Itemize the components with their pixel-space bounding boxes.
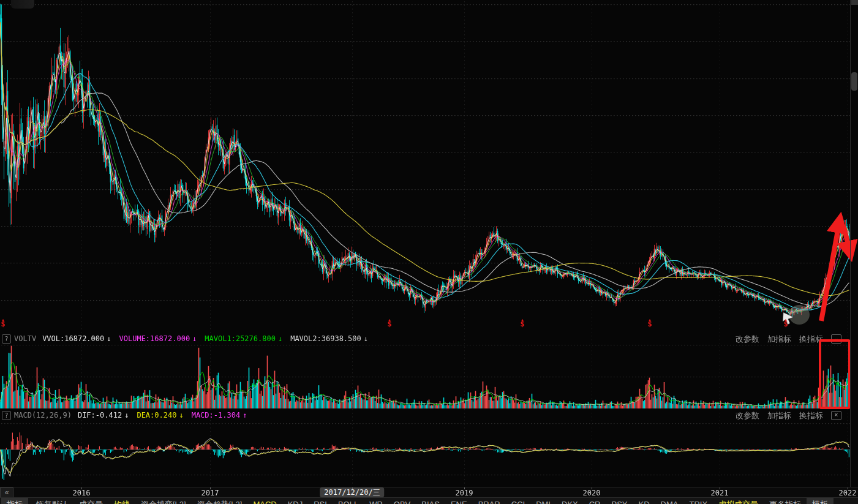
toolbar-item-DKX[interactable]: DKX <box>556 498 584 504</box>
switch-indicator-button[interactable]: 换指标 <box>799 410 823 421</box>
dollar-symbol: $ <box>781 321 790 328</box>
dividend-marker: ▲$ <box>645 318 654 328</box>
toolbar-item-DMI[interactable]: DMI <box>530 498 556 504</box>
help-icon[interactable]: ? <box>2 411 11 420</box>
year-label: 2016 <box>73 489 91 497</box>
year-label: 2022 <box>839 489 857 497</box>
time-axis[interactable]: « 2017/12/20/三 201620172019202020212022 <box>0 487 858 498</box>
toolbar-item-RSI[interactable]: RSI <box>308 498 333 504</box>
toolbar-item-资金趋势[L2][interactable]: 资金趋势[L2] <box>192 498 248 504</box>
year-label: 2021 <box>711 489 729 497</box>
toolbar-item-CCI[interactable]: CCI <box>506 498 530 504</box>
dividend-marker: ▲$ <box>518 318 527 328</box>
toolbar-item-虚拟成交量[interactable]: 虚拟成交量 <box>713 498 764 504</box>
indicator-value: VOLUME:16872.000 <box>119 334 190 343</box>
year-label: 2017 <box>201 489 219 497</box>
year-label: 2019 <box>456 489 473 497</box>
dollar-symbol: $ <box>518 321 527 328</box>
trend-arrow-icon: ↓ <box>107 334 111 343</box>
trend-arrow-icon: ↓ <box>278 334 282 343</box>
indicator-values: VVOL:16872.000↓VOLUME:16872.000↓MAVOL1:2… <box>42 334 376 344</box>
dollar-symbol: $ <box>645 321 654 328</box>
indicator-toolbar: 指标恢复默认成交量均线资金博弈[L2]资金趋势[L2]MACDKDJRSIBOL… <box>0 497 858 504</box>
right-panel-divider <box>850 0 851 487</box>
trend-arrow-icon: ↓ <box>192 334 197 343</box>
indicator-value: MAVOL2:36938.500 <box>290 334 361 343</box>
trend-arrow-icon: ↑ <box>243 411 247 419</box>
toolbar-item-DMA[interactable]: DMA <box>655 498 684 504</box>
tooltip-remnant <box>11 0 34 9</box>
toolbar-item-TRIX[interactable]: TRIX <box>683 498 713 504</box>
help-icon[interactable]: ? <box>2 334 11 344</box>
dollar-symbol: $ <box>0 321 7 328</box>
volume-indicator-header: ? VOLTV VVOL:16872.000↓VOLUME:16872.000↓… <box>0 334 850 344</box>
dividend-marker: ▲$ <box>781 318 790 328</box>
toolbar-item-均线[interactable]: 均线 <box>108 498 135 504</box>
toolbar-item-成交量[interactable]: 成交量 <box>73 498 108 504</box>
dollar-symbol: $ <box>385 321 394 328</box>
indicator-value: DIF:-0.412 <box>78 411 122 419</box>
toolbar-item-MACD[interactable]: MACD <box>247 498 282 504</box>
add-indicator-button[interactable]: 加指标 <box>767 410 791 421</box>
kline-chart-canvas[interactable] <box>0 0 858 504</box>
toolbar-item-PSY[interactable]: PSY <box>606 498 633 504</box>
trend-arrow-icon: ↓ <box>364 334 368 343</box>
indicator-value: MAVOL1:25276.800 <box>205 334 276 343</box>
dividend-marker: ▲$ <box>0 318 7 328</box>
toolbar-item-恢复默认[interactable]: 恢复默认 <box>31 498 73 504</box>
switch-indicator-button[interactable]: 换指标 <box>799 334 823 344</box>
toolbar-item-BOLL[interactable]: BOLL <box>333 498 364 504</box>
time-axis-tick <box>352 487 353 489</box>
collapse-icon[interactable]: ⌄ <box>831 334 841 344</box>
stock-chart-window: ? VOLTV VVOL:16872.000↓VOLUME:16872.000↓… <box>0 0 858 504</box>
toolbar-item-指标[interactable]: 指标 <box>1 498 28 504</box>
change-params-button[interactable]: 改参数 <box>736 334 759 344</box>
dividend-marker: ▲$ <box>385 318 394 328</box>
toolbar-item-资金博弈[L2][interactable]: 资金博弈[L2] <box>135 498 192 504</box>
indicator-name: MACD(12,26,9) <box>14 410 72 421</box>
indicator-value: MACD:-1.304 <box>192 411 240 419</box>
trend-arrow-icon: ↓ <box>179 411 183 419</box>
add-indicator-button[interactable]: 加指标 <box>767 334 791 344</box>
indicator-values: DIF:-0.412↓DEA:0.240↓MACD:-1.304↑ <box>78 410 255 421</box>
indicator-name: VOLTV <box>14 334 36 344</box>
close-icon[interactable]: × <box>831 411 841 420</box>
indicator-value: DEA:0.240 <box>137 411 176 419</box>
indicator-value: VVOL:16872.000 <box>42 334 104 343</box>
toolbar-item-WR[interactable]: WR <box>364 498 388 504</box>
toolbar-item-KD[interactable]: KD <box>633 498 655 504</box>
toolbar-item-BIAS[interactable]: BIAS <box>416 498 445 504</box>
toolbar-item-KDJ[interactable]: KDJ <box>282 498 309 504</box>
scrollbar-thumb[interactable] <box>851 72 857 91</box>
change-params-button[interactable]: 改参数 <box>736 410 759 421</box>
toolbar-item-更多指标[interactable]: 更多指标 <box>764 498 807 504</box>
toolbar-item-CR[interactable]: CR <box>584 498 606 504</box>
toolbar-item-OBV[interactable]: OBV <box>388 498 416 504</box>
trend-arrow-icon: ↓ <box>124 411 129 419</box>
scrollbar-corner <box>851 0 858 5</box>
macd-indicator-header: ? MACD(12,26,9) DIF:-0.412↓DEA:0.240↓MAC… <box>0 410 850 421</box>
toolbar-item-ENE[interactable]: ENE <box>445 498 473 504</box>
year-label: 2020 <box>583 489 601 497</box>
toolbar-item-模板[interactable]: 模板 <box>807 498 834 504</box>
toolbar-item-BRAR[interactable]: BRAR <box>473 498 506 504</box>
